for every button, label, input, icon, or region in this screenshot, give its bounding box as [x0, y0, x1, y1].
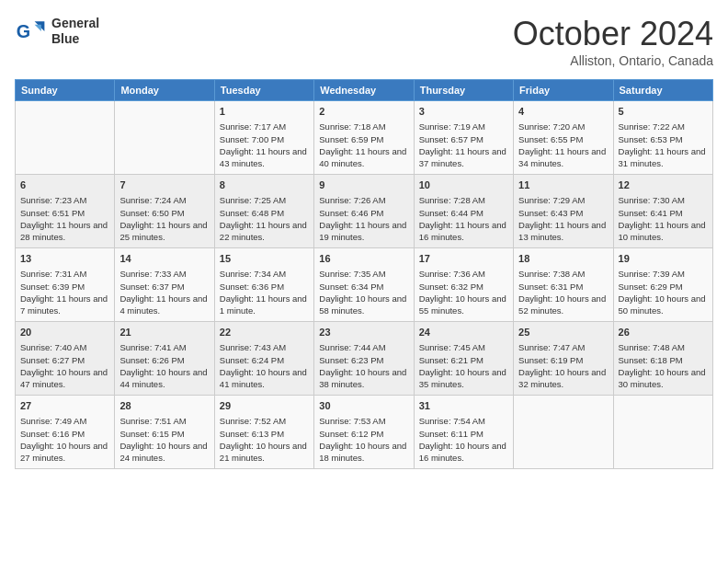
day-number: 13 [20, 252, 109, 266]
day-number: 18 [518, 252, 608, 266]
cell-detail: Sunrise: 7:22 AM [619, 121, 708, 132]
cell-detail: Sunset: 6:15 PM [119, 428, 209, 440]
cell-detail: Daylight: 10 hours and 16 minutes. [419, 440, 508, 465]
day-number: 1 [220, 105, 309, 119]
day-number: 19 [619, 252, 708, 266]
cell-detail: Daylight: 11 hours and 7 minutes. [20, 293, 109, 317]
cell-detail: Sunset: 6:41 PM [619, 207, 708, 219]
cell-detail: Daylight: 11 hours and 43 minutes. [220, 145, 309, 170]
calendar-body: 1Sunrise: 7:17 AMSunset: 7:00 PMDaylight… [16, 101, 713, 469]
day-number: 2 [319, 105, 408, 119]
cell-detail: Daylight: 11 hours and 10 minutes. [619, 219, 708, 244]
calendar-cell: 18Sunrise: 7:38 AMSunset: 6:31 PMDayligh… [514, 248, 613, 322]
calendar-cell: 27Sunrise: 7:49 AMSunset: 6:16 PMDayligh… [16, 396, 115, 469]
cell-detail: Sunset: 6:55 PM [518, 133, 608, 145]
cell-detail: Sunrise: 7:18 AM [319, 121, 408, 132]
cell-detail: Sunset: 6:19 PM [518, 354, 608, 366]
cell-detail: Sunrise: 7:39 AM [619, 268, 708, 280]
cell-detail: Sunrise: 7:23 AM [20, 194, 109, 206]
cell-detail: Daylight: 10 hours and 55 minutes. [419, 293, 508, 317]
cell-detail: Sunset: 6:24 PM [220, 354, 309, 366]
day-number: 9 [319, 178, 408, 192]
calendar-cell: 22Sunrise: 7:43 AMSunset: 6:24 PMDayligh… [214, 322, 313, 396]
cell-detail: Sunset: 6:32 PM [419, 281, 508, 293]
calendar-cell: 26Sunrise: 7:48 AMSunset: 6:18 PMDayligh… [613, 322, 712, 396]
calendar-cell: 9Sunrise: 7:26 AMSunset: 6:46 PMDaylight… [314, 175, 414, 248]
calendar-cell: 13Sunrise: 7:31 AMSunset: 6:39 PMDayligh… [16, 248, 115, 322]
calendar-cell [115, 101, 214, 175]
calendar-cell: 8Sunrise: 7:25 AMSunset: 6:48 PMDaylight… [214, 175, 313, 248]
calendar-cell: 7Sunrise: 7:24 AMSunset: 6:50 PMDaylight… [115, 175, 214, 248]
cell-detail: Sunset: 6:26 PM [119, 354, 209, 366]
cell-detail: Sunrise: 7:24 AM [119, 194, 209, 206]
calendar-cell: 31Sunrise: 7:54 AMSunset: 6:11 PMDayligh… [414, 396, 513, 469]
cell-detail: Sunrise: 7:29 AM [518, 194, 608, 206]
calendar-cell: 3Sunrise: 7:19 AMSunset: 6:57 PMDaylight… [414, 101, 513, 175]
location: Alliston, Ontario, Canada [513, 53, 713, 68]
calendar-cell: 15Sunrise: 7:34 AMSunset: 6:36 PMDayligh… [214, 248, 313, 322]
cell-detail: Sunset: 6:43 PM [518, 207, 608, 219]
calendar-cell: 4Sunrise: 7:20 AMSunset: 6:55 PMDaylight… [514, 101, 613, 175]
day-number: 11 [518, 178, 608, 192]
cell-detail: Daylight: 10 hours and 50 minutes. [619, 293, 708, 317]
cell-detail: Sunrise: 7:25 AM [220, 194, 309, 206]
calendar-cell: 2Sunrise: 7:18 AMSunset: 6:59 PMDaylight… [314, 101, 414, 175]
cell-detail: Sunset: 6:11 PM [419, 428, 508, 440]
cell-detail: Daylight: 10 hours and 30 minutes. [619, 366, 708, 391]
cell-detail: Sunrise: 7:53 AM [319, 415, 408, 427]
cell-detail: Daylight: 10 hours and 35 minutes. [419, 366, 508, 391]
cell-detail: Sunset: 6:27 PM [20, 354, 109, 366]
calendar-cell: 20Sunrise: 7:40 AMSunset: 6:27 PMDayligh… [16, 322, 115, 396]
week-row-3: 20Sunrise: 7:40 AMSunset: 6:27 PMDayligh… [16, 322, 713, 396]
cell-detail: Daylight: 11 hours and 37 minutes. [419, 145, 508, 170]
logo-line2: Blue [51, 31, 99, 47]
calendar-cell: 5Sunrise: 7:22 AMSunset: 6:53 PMDaylight… [613, 101, 712, 175]
cell-detail: Sunset: 6:50 PM [119, 207, 209, 219]
cell-detail: Sunset: 6:36 PM [220, 281, 309, 293]
cell-detail: Sunset: 6:34 PM [319, 281, 408, 293]
calendar-cell: 25Sunrise: 7:47 AMSunset: 6:19 PMDayligh… [514, 322, 613, 396]
day-number: 16 [319, 252, 408, 266]
day-number: 27 [20, 399, 109, 413]
day-number: 23 [319, 326, 408, 339]
day-number: 12 [619, 178, 708, 192]
cell-detail: Sunrise: 7:43 AM [220, 341, 309, 353]
day-number: 28 [119, 399, 209, 413]
cell-detail: Daylight: 11 hours and 28 minutes. [20, 219, 109, 244]
cell-detail: Sunrise: 7:52 AM [220, 415, 309, 427]
cell-detail: Sunrise: 7:19 AM [419, 121, 508, 132]
cell-detail: Sunset: 6:29 PM [619, 281, 708, 293]
cell-detail: Daylight: 10 hours and 41 minutes. [220, 366, 309, 391]
day-number: 20 [20, 326, 109, 339]
day-number: 10 [419, 178, 508, 192]
title-block: October 2024 Alliston, Ontario, Canada [513, 15, 713, 68]
cell-detail: Sunrise: 7:45 AM [419, 341, 508, 353]
header-cell-friday: Friday [514, 80, 613, 101]
week-row-0: 1Sunrise: 7:17 AMSunset: 7:00 PMDaylight… [16, 101, 713, 175]
cell-detail: Daylight: 10 hours and 58 minutes. [319, 293, 408, 317]
day-number: 24 [419, 326, 508, 339]
month-title: October 2024 [513, 15, 713, 53]
calendar-cell: 21Sunrise: 7:41 AMSunset: 6:26 PMDayligh… [115, 322, 214, 396]
cell-detail: Daylight: 11 hours and 22 minutes. [220, 219, 309, 244]
cell-detail: Sunrise: 7:54 AM [419, 415, 508, 427]
day-number: 14 [119, 252, 209, 266]
cell-detail: Sunrise: 7:40 AM [20, 341, 109, 353]
cell-detail: Sunrise: 7:51 AM [119, 415, 209, 427]
svg-text:G: G [17, 21, 30, 41]
cell-detail: Sunrise: 7:41 AM [119, 341, 209, 353]
cell-detail: Sunrise: 7:30 AM [619, 194, 708, 206]
cell-detail: Sunset: 6:59 PM [319, 133, 408, 145]
calendar-cell: 11Sunrise: 7:29 AMSunset: 6:43 PMDayligh… [514, 175, 613, 248]
calendar-cell [613, 396, 712, 469]
cell-detail: Daylight: 11 hours and 31 minutes. [619, 145, 708, 170]
calendar-cell [514, 396, 613, 469]
day-number: 6 [20, 178, 109, 192]
day-number: 3 [419, 105, 508, 119]
cell-detail: Sunset: 6:31 PM [518, 281, 608, 293]
calendar-cell: 14Sunrise: 7:33 AMSunset: 6:37 PMDayligh… [115, 248, 214, 322]
calendar-cell: 1Sunrise: 7:17 AMSunset: 7:00 PMDaylight… [214, 101, 313, 175]
cell-detail: Sunrise: 7:48 AM [619, 341, 708, 353]
calendar-cell: 10Sunrise: 7:28 AMSunset: 6:44 PMDayligh… [414, 175, 513, 248]
calendar-cell [16, 101, 115, 175]
